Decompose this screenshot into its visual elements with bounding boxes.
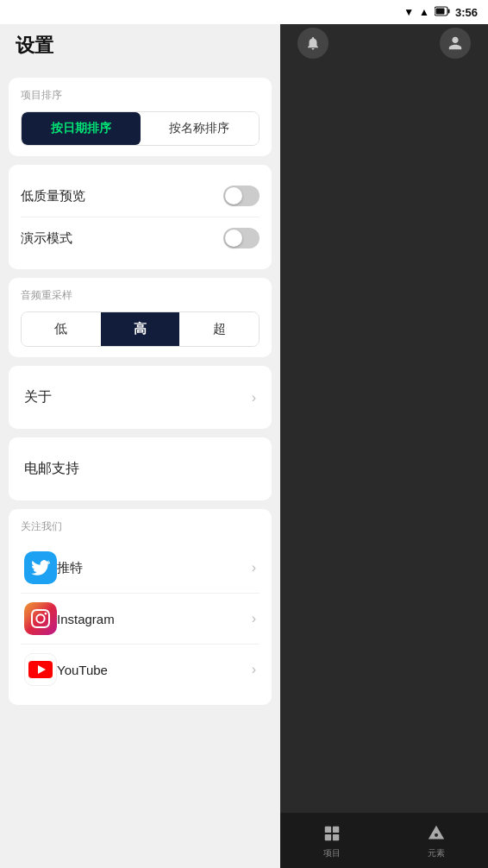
- svg-rect-1: [447, 9, 449, 14]
- resample-low-button[interactable]: 低: [22, 312, 101, 346]
- battery-icon: [435, 4, 450, 20]
- email-label: 电邮支持: [24, 460, 79, 478]
- svg-rect-2: [435, 9, 444, 15]
- elements-icon: [424, 821, 448, 846]
- demo-mode-label: 演示模式: [21, 230, 72, 247]
- toggle-section: 低质量预览 演示模式: [9, 165, 272, 269]
- right-panel: 项目 元素: [280, 0, 488, 868]
- email-row[interactable]: 电邮支持: [21, 448, 260, 490]
- youtube-icon: [24, 653, 57, 686]
- resample-high-button[interactable]: 高: [101, 312, 180, 346]
- low-quality-label: 低质量预览: [21, 188, 85, 204]
- email-section[interactable]: 电邮支持: [9, 437, 272, 500]
- sort-section-label: 项目排序: [21, 88, 260, 103]
- about-section[interactable]: 关于 ›: [9, 366, 272, 429]
- low-quality-toggle-knob: [225, 187, 242, 204]
- signal-icon: ▲: [419, 6, 429, 18]
- svg-rect-6: [333, 827, 339, 833]
- instagram-icon: [24, 602, 57, 635]
- about-chevron-icon: ›: [252, 390, 256, 406]
- nav-elements[interactable]: 元素: [424, 821, 448, 859]
- status-time: 3:56: [455, 6, 478, 19]
- youtube-chevron-icon: ›: [252, 662, 256, 677]
- instagram-label: Instagram: [57, 612, 252, 626]
- svg-point-9: [434, 833, 439, 838]
- about-row[interactable]: 关于 ›: [21, 376, 260, 418]
- instagram-chevron-icon: ›: [252, 611, 256, 626]
- follow-section: 关注我们 推特 › Instagram ›: [9, 509, 272, 705]
- audio-section-label: 音频重采样: [21, 288, 260, 303]
- left-panel: 设置 项目排序 按日期排序 按名称排序 低质量预览 演示模式 音频重采样 低 高…: [0, 0, 280, 868]
- low-quality-row: 低质量预览: [21, 175, 260, 217]
- low-quality-toggle[interactable]: [223, 186, 260, 206]
- youtube-row[interactable]: YouTube ›: [21, 645, 260, 695]
- resample-ultra-button[interactable]: 超: [179, 312, 259, 346]
- follow-section-label: 关注我们: [21, 519, 260, 534]
- projects-icon: [320, 821, 344, 846]
- profile-icon[interactable]: [440, 28, 471, 59]
- wifi-icon: ▼: [404, 6, 414, 18]
- sort-section: 项目排序 按日期排序 按名称排序: [9, 78, 272, 156]
- resample-buttons-group: 低 高 超: [21, 311, 260, 347]
- svg-rect-7: [325, 834, 331, 840]
- bottom-nav: 项目 元素: [280, 813, 488, 868]
- twitter-chevron-icon: ›: [252, 560, 256, 576]
- sort-by-name-button[interactable]: 按名称排序: [141, 112, 260, 145]
- audio-section: 音频重采样 低 高 超: [9, 278, 272, 357]
- twitter-label: 推特: [57, 560, 252, 576]
- status-bar: ▼ ▲ 3:56: [0, 0, 488, 24]
- twitter-row[interactable]: 推特 ›: [21, 543, 260, 594]
- sort-by-date-button[interactable]: 按日期排序: [22, 112, 141, 145]
- demo-mode-row: 演示模式: [21, 217, 260, 259]
- nav-projects[interactable]: 项目: [320, 821, 344, 859]
- svg-rect-8: [333, 834, 339, 840]
- demo-mode-toggle[interactable]: [223, 228, 260, 248]
- demo-mode-toggle-knob: [225, 230, 242, 247]
- twitter-icon: [24, 551, 57, 584]
- projects-label: 项目: [323, 847, 341, 859]
- youtube-label: YouTube: [57, 663, 252, 677]
- elements-label: 元素: [428, 847, 445, 859]
- bell-icon[interactable]: [297, 28, 328, 59]
- svg-rect-5: [325, 827, 331, 833]
- about-label: 关于: [24, 388, 52, 406]
- sort-buttons-group: 按日期排序 按名称排序: [21, 111, 260, 146]
- instagram-row[interactable]: Instagram ›: [21, 594, 260, 645]
